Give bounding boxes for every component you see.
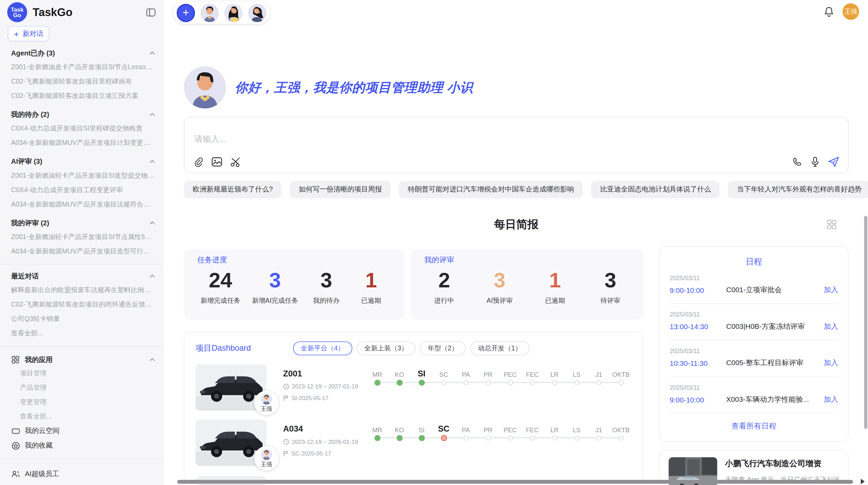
- milestone: PR: [477, 421, 499, 441]
- scroll-right-arrow[interactable]: [861, 479, 865, 484]
- schedule-card: 日程 2025/03/11 9:00-10:00 C001-立项审批会 加入 2…: [659, 246, 849, 442]
- sidebar-item[interactable]: C02-飞腾新能源轻客改款项目的闭环通告反馈情况: [0, 297, 163, 312]
- milestone-dot: [596, 436, 601, 441]
- layout-grid-icon[interactable]: [827, 220, 836, 231]
- sidebar-item[interactable]: C0X4-动力总成开发项目工程变更评审: [0, 183, 163, 197]
- message-input[interactable]: [193, 133, 526, 149]
- project-owner-badge: 王强: [254, 446, 279, 470]
- chevron-up-icon[interactable]: [149, 113, 155, 116]
- sidebar-section: AI评审 (3) Z001-全新燃油轻卡产品开发项目SI造型提交物评审C0X4-…: [0, 157, 163, 211]
- suggestion-chip[interactable]: 如何写一份清晰的项目周报: [290, 181, 391, 198]
- sidebar-section-header[interactable]: AI评审 (3): [0, 157, 163, 166]
- taskgo-app: Task Go TaskGo + 新对话 Agent已办 (3) Z001-全新…: [0, 0, 868, 485]
- dashboard-tab[interactable]: 动总开发（1）: [470, 341, 529, 355]
- join-button[interactable]: 加入: [824, 285, 838, 295]
- view-all-schedule-link[interactable]: 查看所有日程: [670, 421, 838, 431]
- vertical-scrollbar[interactable]: [864, 216, 868, 429]
- project-rows: 王强 Z001 2023-12-19 ~ 2027-01-19 SI-2025-…: [195, 364, 632, 466]
- sidebar-item-help-writing[interactable]: 帮我写作: [0, 482, 163, 485]
- sidebar-item[interactable]: 解释最新出台的欧盟报废车法规再生塑料比例被调至15%...: [0, 283, 163, 297]
- owner-name: 王强: [261, 460, 272, 468]
- dashboard-tab[interactable]: 全新平台（4）: [293, 341, 352, 355]
- milestone-label: PR: [484, 365, 493, 378]
- news-title: 小鹏飞行汽车制造公司增资: [725, 458, 839, 469]
- suggestion-chip[interactable]: 当下年轻人对汽车外观有怎样的喜好趋势: [728, 181, 868, 198]
- sidebar-section-header[interactable]: Agent已办 (3): [0, 49, 163, 58]
- stat-label: 新增AI完成任务: [252, 296, 298, 305]
- milestone: SI: [410, 365, 433, 386]
- dashboard-tab[interactable]: 年型（2）: [420, 341, 466, 355]
- sidebar-item[interactable]: 查看全部...: [0, 326, 163, 340]
- project-row[interactable]: 王强 A034 2023-12-19 ~ 2026-01-19 SC-2025-…: [195, 420, 632, 466]
- plus-icon: +: [14, 29, 19, 38]
- microphone-icon[interactable]: [811, 157, 819, 167]
- join-button[interactable]: 加入: [824, 322, 838, 332]
- sidebar-item[interactable]: 查看全部...: [0, 409, 163, 423]
- scissors-icon[interactable]: [230, 157, 241, 167]
- sidebar-section-header[interactable]: 最近对话: [0, 272, 163, 281]
- suggestion-chip[interactable]: 欧洲新规最近颁布了什么?: [184, 181, 281, 198]
- agent-avatar-1[interactable]: [201, 4, 219, 22]
- horizontal-scrollbar[interactable]: [177, 480, 853, 484]
- chevron-up-icon[interactable]: [149, 358, 155, 361]
- sidebar-item[interactable]: Z001-全新燃油轻卡产品开发项目SI造型提交物评审: [0, 168, 163, 183]
- milestone-dot: [508, 436, 513, 441]
- panel-toggle-icon[interactable]: [146, 8, 156, 16]
- sidebar-item[interactable]: Z001-全新燃油轻卡产品开发项目SI节点属性5D文件评审: [0, 230, 163, 244]
- sidebar-item[interactable]: Z001-全新燃油皮卡产品开发项目SI节点Lesson Learn报告: [0, 60, 163, 74]
- sidebar-item[interactable]: C0X4-动力总成开发项目SI里程碑提交物检查: [0, 121, 163, 136]
- main-content: 你好，王强，我是你的项目管理助理 小识: [184, 66, 848, 485]
- event-date: 2025/03/11: [670, 384, 838, 390]
- schedule-event: 2025/03/11 9:00-10:00 C001-立项审批会 加入: [670, 274, 838, 304]
- image-icon[interactable]: [212, 157, 222, 166]
- milestone-dot: [419, 435, 425, 441]
- milestone: LS: [566, 365, 588, 386]
- add-agent-button[interactable]: +: [177, 4, 195, 22]
- cloud-space-label: 我的云空间: [25, 426, 155, 435]
- sidebar-item[interactable]: C02-飞腾新能源轻客改款项目里程碑画布: [0, 74, 163, 89]
- sidebar-item[interactable]: 产品管理: [0, 380, 163, 395]
- sidebar-item[interactable]: 公司Q3轻卡销量: [0, 312, 163, 326]
- milestone-dot: [441, 380, 446, 385]
- sidebar-item-ai-super-staff[interactable]: AI超级员工: [0, 467, 163, 482]
- sidebar-section-header[interactable]: 我的待办 (2): [0, 110, 163, 119]
- sidebar-item-my-apps[interactable]: 我的应用: [0, 353, 163, 366]
- clock-icon: [283, 439, 289, 445]
- project-node: SI-2025-05-17: [283, 395, 365, 401]
- agent-avatar-2[interactable]: [224, 4, 242, 22]
- sidebar-item-cloud[interactable]: 我的云空间: [0, 423, 163, 438]
- bell-icon[interactable]: [824, 7, 833, 17]
- sidebar-item[interactable]: A034-全新新能源MUV产品开发项目法规符合性评审: [0, 197, 163, 211]
- sidebar-section-header[interactable]: 我的评审 (2): [0, 219, 163, 227]
- sidebar-item[interactable]: C02-飞腾新能源轻客改款项目立项汇报方案: [0, 89, 163, 103]
- stat: 3 我的待办: [310, 269, 343, 306]
- agent-avatar-3[interactable]: [248, 4, 266, 22]
- milestone: KO: [388, 365, 411, 386]
- suggestion-chip[interactable]: 特朗普可能对进口汽车增税会对中国车企造成哪些影响: [399, 181, 583, 198]
- sidebar-item[interactable]: A034-全新新能源MUV产品开发项目计划变更表编写: [0, 136, 163, 150]
- suggestion-chip[interactable]: 比亚迪全固态电池计划具体说了什么: [591, 181, 720, 198]
- chevron-up-icon[interactable]: [149, 51, 155, 55]
- event-date: 2025/03/11: [670, 348, 838, 354]
- composer-right-icons: [793, 157, 839, 167]
- milestone: LS: [566, 421, 588, 441]
- sidebar-item[interactable]: 项目管理: [0, 366, 163, 380]
- sidebar-section: 我的评审 (2) Z001-全新燃油轻卡产品开发项目SI节点属性5D文件评审A0…: [0, 219, 163, 258]
- join-button[interactable]: 加入: [824, 358, 838, 368]
- dashboard-tab[interactable]: 全新上装（3）: [357, 341, 415, 355]
- milestone-label: SI: [418, 365, 425, 378]
- sidebar-item[interactable]: A034-全新新能源MUV产品开发项目造型可行性评审: [0, 244, 163, 259]
- join-button[interactable]: 加入: [824, 395, 838, 405]
- project-row[interactable]: 王强 Z001 2023-12-19 ~ 2027-01-19 SI-2025-…: [195, 364, 632, 411]
- chevron-up-icon[interactable]: [149, 274, 155, 278]
- chevron-up-icon[interactable]: [149, 160, 155, 163]
- paperclip-icon[interactable]: [193, 157, 203, 167]
- divider: [0, 264, 163, 265]
- sidebar-item-favorites[interactable]: 我的收藏: [0, 438, 163, 453]
- phone-icon[interactable]: [793, 157, 802, 166]
- chevron-up-icon[interactable]: [149, 221, 155, 225]
- new-chat-button[interactable]: + 新对话: [8, 26, 50, 41]
- user-avatar[interactable]: 王强: [843, 3, 859, 20]
- sidebar-item[interactable]: 变更管理: [0, 395, 163, 409]
- send-icon[interactable]: [828, 157, 839, 167]
